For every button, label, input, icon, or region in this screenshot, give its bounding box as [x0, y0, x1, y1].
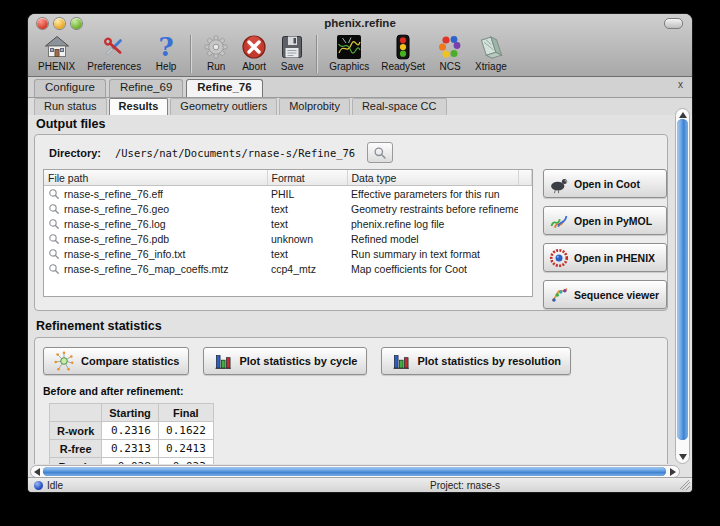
file-format: ccp4_mtz [267, 261, 347, 276]
stats-corner-cell [50, 404, 102, 422]
stats-value: 0.2313 [102, 440, 159, 458]
table-row[interactable]: rnase-s_refine_76_map_coeffs.mtz ccp4_mt… [44, 261, 532, 276]
toolbar-button-help[interactable]: ? Help [147, 34, 185, 72]
abort-x-icon [241, 34, 267, 60]
before-after-table: Starting Final R-work 0.2316 0.1622 R-fr… [49, 403, 214, 464]
toolbar-label: Abort [242, 61, 266, 72]
toolbar-label: Save [281, 61, 304, 72]
ncs-rings-icon [437, 34, 463, 60]
button-label: Open in PHENIX [574, 252, 655, 264]
compare-statistics-button[interactable]: Compare statistics [43, 347, 189, 375]
file-format: text [267, 216, 347, 231]
results-content: Output files Directory: /Users/nat/Docum… [28, 115, 692, 464]
toolbar-toggle-button[interactable] [664, 18, 683, 29]
resize-grip[interactable] [680, 480, 690, 490]
electron-density-icon [336, 34, 362, 60]
file-path: rnase-s_refine_76_info.txt [64, 248, 185, 260]
toolbar-label: Graphics [329, 61, 369, 72]
before-after-label: Before and after refinement: [43, 385, 667, 397]
open-in-phenix-button[interactable]: Open in PHENIX [543, 243, 667, 272]
stats-value: 0.023 [158, 458, 213, 465]
button-label: Sequence viewer [574, 289, 659, 301]
subtab-geometry-outliers[interactable]: Geometry outliers [170, 98, 277, 115]
toolbar-button-run[interactable]: Run [197, 34, 235, 72]
browse-directory-button[interactable] [367, 142, 393, 163]
plot-statistics-by-resolution-button[interactable]: Plot statistics by resolution [381, 347, 571, 375]
scroll-right-arrow-icon[interactable] [670, 468, 676, 476]
sequence-viewer-button[interactable]: Sequence viewer [543, 280, 667, 309]
directory-label: Directory: [49, 147, 101, 159]
vertical-scrollbar[interactable] [675, 108, 690, 464]
stats-value: 0.2413 [158, 440, 213, 458]
question-mark-icon: ? [153, 34, 179, 60]
sequence-icon [549, 285, 569, 305]
toolbar-separator [316, 35, 318, 73]
button-label: Plot statistics by resolution [417, 355, 561, 367]
plot-statistics-by-cycle-button[interactable]: Plot statistics by cycle [203, 347, 367, 375]
stats-value: 0.028 [102, 458, 159, 465]
tab-refine-76[interactable]: Refine_76 [186, 79, 262, 97]
scroll-left-arrow-icon[interactable] [34, 468, 40, 476]
open-in-coot-button[interactable]: Open in Coot [543, 169, 667, 198]
coot-bird-icon [549, 174, 569, 194]
floppy-disk-icon [279, 34, 305, 60]
magnifier-icon [48, 218, 60, 230]
toolbar-button-preferences[interactable]: Preferences [81, 34, 147, 72]
crystal-icon [478, 34, 504, 60]
magnifier-icon [48, 233, 60, 245]
tab-label: Refine_69 [120, 81, 172, 93]
tab-refine-69[interactable]: Refine_69 [109, 79, 183, 97]
file-format: text [267, 246, 347, 261]
directory-path: /Users/nat/Documents/rnase-s/Refine_76 [115, 147, 355, 159]
scroll-up-arrow-icon[interactable] [679, 112, 687, 118]
file-path: rnase-s_refine_76.pdb [64, 233, 169, 245]
output-file-table[interactable]: File path Format Data type rnase-s_refin… [43, 169, 533, 297]
toolbar-button-save[interactable]: Save [273, 34, 311, 72]
column-header-format[interactable]: Format [267, 170, 347, 186]
toolbar-label: Xtriage [475, 61, 507, 72]
table-row[interactable]: rnase-s_refine_76.log text phenix.refine… [44, 216, 532, 231]
table-row[interactable]: rnase-s_refine_76.eff PHIL Effective par… [44, 186, 532, 202]
subtab-label: Molprobity [289, 100, 340, 112]
tab-configure[interactable]: Configure [34, 79, 106, 97]
magnifier-icon [48, 188, 60, 200]
bar-chart-icon [391, 351, 411, 371]
vertical-scrollbar-thumb[interactable] [677, 119, 688, 440]
toolbar-button-xtriage[interactable]: Xtriage [469, 34, 513, 72]
tab-label: Configure [45, 81, 95, 93]
stats-row-label: Bonds [50, 458, 102, 465]
subtab-run-status[interactable]: Run status [34, 98, 107, 115]
toolbar-button-readyset[interactable]: ReadySet [375, 34, 431, 72]
stats-value: 0.2316 [102, 422, 159, 440]
file-data-type: Effective parameters for this run [347, 186, 518, 202]
stats-value: 0.1622 [158, 422, 213, 440]
tab-close-button[interactable]: x [678, 80, 683, 90]
table-row[interactable]: rnase-s_refine_76.geo text Geometry rest… [44, 201, 532, 216]
subtab-real-space-cc[interactable]: Real-space CC [352, 98, 447, 115]
toolbar: PHENIX Preferences ? Help Run Abort Sav [28, 32, 692, 78]
column-header-file-path[interactable]: File path [44, 170, 267, 186]
subtab-bar: Run status Results Geometry outliers Mol… [28, 98, 692, 115]
table-row[interactable]: rnase-s_refine_76_info.txt text Run summ… [44, 246, 532, 261]
toolbar-button-graphics[interactable]: Graphics [323, 34, 375, 72]
subtab-molprobity[interactable]: Molprobity [279, 98, 350, 115]
statistics-buttons-row: Compare statistics Plot statistics by cy… [35, 338, 667, 375]
refinement-statistics-heading: Refinement statistics [36, 319, 692, 333]
file-data-type: Geometry restraints before refinement [347, 201, 518, 216]
stats-row-bonds: Bonds 0.028 0.023 [50, 458, 214, 465]
magnifier-icon [48, 203, 60, 215]
subtab-results[interactable]: Results [109, 98, 169, 115]
toolbar-button-abort[interactable]: Abort [235, 34, 273, 72]
scroll-down-arrow-icon[interactable] [679, 454, 687, 460]
gear-icon [203, 34, 229, 60]
horizontal-scrollbar-thumb[interactable] [43, 467, 666, 476]
open-in-pymol-button[interactable]: Open in PyMOL [543, 206, 667, 235]
toolbar-button-ncs[interactable]: NCS [431, 34, 469, 72]
traffic-light-icon [390, 34, 416, 60]
file-path: rnase-s_refine_76_map_coeffs.mtz [64, 263, 228, 275]
toolbar-button-phenix[interactable]: PHENIX [32, 34, 81, 72]
file-path: rnase-s_refine_76.log [64, 218, 166, 230]
column-header-data-type[interactable]: Data type [347, 170, 518, 186]
table-row[interactable]: rnase-s_refine_76.pdb unknown Refined mo… [44, 231, 532, 246]
title-bar[interactable]: phenix.refine [28, 14, 692, 32]
